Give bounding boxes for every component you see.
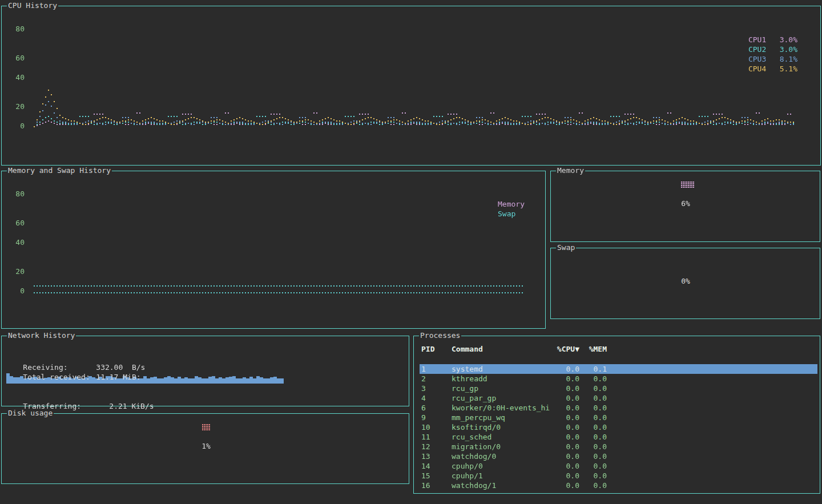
gauge-dot	[207, 429, 208, 430]
gauge-dot	[209, 424, 210, 425]
process-pid: 3	[421, 384, 448, 393]
gauge-dot	[693, 183, 694, 184]
process-row-ksoftirqd/0[interactable]: 10ksoftirqd/00.00.0	[420, 422, 817, 432]
process-row-watchdog/0[interactable]: 13watchdog/00.00.0	[420, 451, 817, 461]
y-tick-0: 0	[6, 287, 25, 295]
gauge-dot	[202, 426, 203, 427]
gauge-dot	[693, 182, 694, 183]
process-pid: 13	[421, 451, 448, 461]
process-command: watchdog/1	[452, 481, 550, 490]
process-row-kthreadd[interactable]: 2kthreadd0.00.0	[420, 374, 817, 384]
process-row-rcu_par_gp[interactable]: 4rcu_par_gp0.00.0	[420, 393, 817, 403]
process-command: rcu_par_gp	[452, 393, 550, 403]
gauge-dot	[686, 183, 687, 184]
process-row-rcu_gp[interactable]: 3rcu_gp0.00.0	[420, 384, 817, 393]
process-row-cpuhp/1[interactable]: 15cpuhp/10.00.0	[420, 471, 817, 481]
gauge-dot	[202, 429, 203, 430]
processes-panel: Processes PID Command %CPU▼ %MEM 1system…	[413, 336, 820, 494]
process-mem-percent: 0.0	[573, 471, 607, 481]
process-pid: 14	[421, 461, 448, 471]
process-row-rcu_sched[interactable]: 11rcu_sched0.00.0	[420, 432, 817, 442]
process-pid: 1	[421, 364, 448, 374]
process-mem-percent: 0.1	[573, 364, 607, 374]
process-mem-percent: 0.0	[573, 481, 607, 490]
gauge-dot	[683, 183, 684, 184]
y-tick-80: 80	[6, 190, 25, 198]
column-header-command[interactable]: Command	[452, 345, 550, 354]
process-command: systemd	[452, 364, 550, 374]
process-row-mm_percpu_wq[interactable]: 9mm_percpu_wq0.00.0	[420, 413, 817, 422]
process-mem-percent: 0.0	[573, 393, 607, 403]
gauge-dot	[206, 426, 207, 427]
process-row-watchdog/1[interactable]: 16watchdog/10.00.0	[420, 481, 817, 490]
gauge-dot	[207, 426, 208, 427]
process-command: rcu_gp	[452, 384, 550, 393]
disk-usage-title: Disk usage	[7, 409, 54, 418]
transferring-value: 2.21 KiB/s	[109, 402, 154, 410]
gauge-dot	[683, 185, 684, 186]
process-row-migration/0[interactable]: 12migration/00.00.0	[420, 442, 817, 451]
process-row-systemd[interactable]: 1systemd0.00.1	[420, 364, 817, 374]
process-row-kworker/0:0H-events_high[interactable]: 6kworker/0:0H-events_high0.00.0	[420, 403, 817, 413]
gauge-dot	[686, 185, 687, 186]
y-tick-40: 40	[6, 239, 25, 247]
gauge-dot	[688, 185, 689, 186]
gauge-dot	[686, 187, 687, 188]
gauge-dot	[683, 187, 684, 188]
process-command: cpuhp/0	[452, 461, 550, 471]
gauge-dot	[204, 428, 205, 429]
gauge-dot	[684, 187, 686, 188]
y-tick-60: 60	[6, 54, 25, 62]
gauge-dot	[681, 182, 682, 183]
gauge-dot	[681, 187, 682, 188]
y-tick-20: 20	[6, 268, 25, 276]
swap-gauge-panel: Swap 0%	[550, 248, 820, 319]
y-tick-80: 80	[6, 25, 25, 33]
process-pid: 9	[421, 413, 448, 422]
process-mem-percent: 0.0	[573, 442, 607, 451]
disk-usage-panel: Disk usage 1%	[1, 413, 409, 484]
process-command: kthreadd	[452, 374, 550, 384]
gauge-dot	[693, 185, 694, 186]
gauge-dot	[691, 183, 692, 184]
process-pid: 4	[421, 393, 448, 403]
processes-title: Processes	[419, 331, 461, 340]
gauge-dot	[209, 428, 210, 429]
total-received-value: 11.17 MiB:	[96, 373, 140, 381]
gauge-dot	[690, 187, 691, 188]
gauge-dot	[690, 182, 691, 183]
gauge-dot	[691, 187, 692, 188]
gauge-dot	[202, 424, 203, 425]
gauge-dot	[209, 426, 210, 427]
y-tick-20: 20	[6, 103, 25, 111]
gauge-dot	[204, 424, 205, 425]
y-tick-0: 0	[6, 122, 25, 130]
process-pid: 11	[421, 432, 448, 442]
swap-gauge-title: Swap	[556, 243, 576, 252]
memory-gauge-title: Memory	[556, 166, 585, 175]
process-command: rcu_sched	[452, 432, 550, 442]
process-mem-percent: 0.0	[573, 461, 607, 471]
process-command: cpuhp/1	[452, 471, 550, 481]
gauge-dot	[204, 426, 205, 427]
y-tick-60: 60	[6, 219, 25, 227]
gauge-dot	[202, 428, 203, 429]
cpu-legend-item-cpu4: CPU4 5.1%	[748, 64, 797, 73]
process-mem-percent: 0.0	[573, 422, 607, 432]
process-mem-percent: 0.0	[573, 413, 607, 422]
process-pid: 10	[421, 422, 448, 432]
y-tick-40: 40	[6, 74, 25, 82]
gauge-dot	[204, 429, 205, 430]
process-command: ksoftirqd/0	[452, 422, 550, 432]
disk-percent-label: 1%	[195, 442, 217, 450]
gauge-dot	[209, 429, 210, 430]
process-pid: 2	[421, 374, 448, 384]
process-row-cpuhp/0[interactable]: 14cpuhp/00.00.0	[420, 461, 817, 471]
gauge-dot	[684, 185, 686, 186]
column-header-pid[interactable]: PID	[421, 345, 448, 354]
process-mem-percent: 0.0	[573, 403, 607, 413]
gauge-dot	[683, 182, 684, 183]
swap-percent-label: 0%	[674, 277, 697, 285]
process-pid: 12	[421, 442, 448, 451]
column-header-mem[interactable]: %MEM	[573, 345, 607, 354]
